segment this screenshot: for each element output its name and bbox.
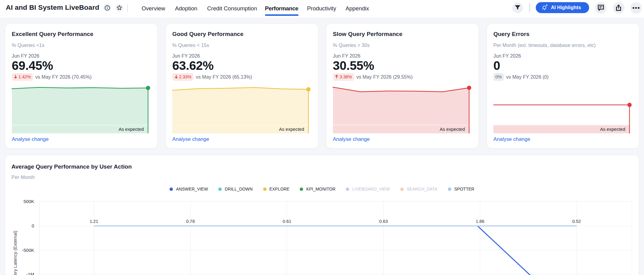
svg-text:0.52: 0.52	[572, 219, 581, 224]
svg-text:1.21: 1.21	[90, 219, 98, 224]
svg-text:Average Query Latency (Externa: Average Query Latency (External)	[13, 231, 18, 275]
svg-text:0.61: 0.61	[283, 219, 291, 224]
svg-text:-500K: -500K	[22, 248, 34, 253]
svg-text:0.63: 0.63	[379, 219, 388, 224]
svg-text:500K: 500K	[23, 199, 34, 204]
svg-text:1.86: 1.86	[476, 219, 484, 224]
svg-text:0.78: 0.78	[186, 219, 195, 224]
svg-text:0: 0	[32, 223, 34, 228]
svg-text:-1M: -1M	[26, 272, 34, 275]
